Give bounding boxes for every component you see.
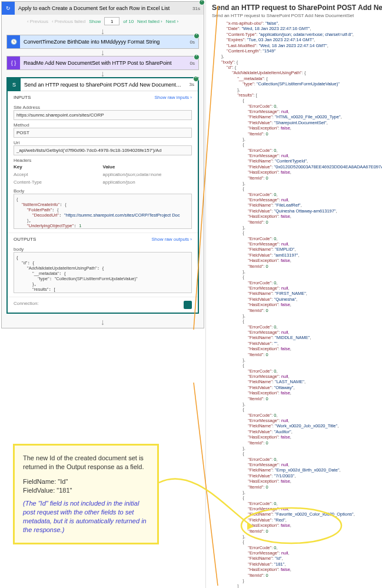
annotation-p3: FieldValue: "181" <box>23 486 149 495</box>
success-icon <box>194 54 200 60</box>
inputs-form: Site Address https://sunmc.sharepoint.co… <box>8 105 198 232</box>
success-icon <box>199 0 205 5</box>
panel-title: Send an HTTP request to SharePoint POST … <box>212 4 382 12</box>
inputs-section: INPUTS Show raw inputs › <box>8 91 198 102</box>
sharepoint-icon: S <box>8 78 21 91</box>
outputs-form: body { "d": { "AddValidateUpdateItemUsin… <box>8 247 198 297</box>
iteration-nav: ‹ Previous ‹ Previous failed Show of 10 … <box>2 15 204 28</box>
iteration-input[interactable] <box>104 17 119 25</box>
convert-timezone-card[interactable]: 🕓 ConvertTimeZone BirthDate into MMddyyy… <box>6 35 199 49</box>
compose-icon: { } <box>7 57 20 69</box>
success-icon <box>194 33 200 39</box>
http-action-card[interactable]: S Send an HTTP request to SharePoint POS… <box>6 77 199 314</box>
panel-subtitle: Send an HTTP request to SharePoint POST … <box>212 13 382 18</box>
headers-label: Headers <box>14 158 192 163</box>
raw-output-panel: Send an HTTP request to SharePoint POST … <box>205 0 382 588</box>
site-address-label: Site Address <box>14 105 192 110</box>
annotation-callout: The new Id of the created document set i… <box>13 444 159 544</box>
readme-card[interactable]: { } ReadMe Add New DocumentSet with HTTP… <box>6 56 199 70</box>
show-raw-inputs-link[interactable]: Show raw inputs › <box>154 95 192 100</box>
prev-btn: ‹ Previous <box>27 19 48 24</box>
uri-label: Uri <box>14 140 192 145</box>
success-icon <box>193 76 199 82</box>
site-address-field[interactable]: https://sunmc.sharepoint.com/sites/CORP <box>14 110 192 120</box>
clock-icon: 🕓 <box>7 35 20 48</box>
arrow-icon: ↓ <box>2 318 204 325</box>
show-label: Show <box>89 19 101 24</box>
sharepoint-conn-icon[interactable] <box>184 301 192 309</box>
outputs-section: OUTPUTS Show raw outputs › <box>8 232 198 244</box>
prev-failed-btn: ‹ Previous failed <box>52 19 85 24</box>
next-failed-btn[interactable]: Next failed › <box>137 19 162 24</box>
connection-row: Connection: <box>8 297 198 313</box>
out-body-label: body <box>14 247 192 252</box>
annotation-p1: The new Id of the created document set i… <box>23 454 149 471</box>
body-json[interactable]: { "listItemCreateInfo": { "FolderPath": … <box>14 194 192 229</box>
arrow-icon: ↓ <box>2 49 204 56</box>
body-label: Body <box>14 188 192 194</box>
foreach-duration: 31s <box>189 6 204 11</box>
show-raw-outputs-link[interactable]: Show raw outputs › <box>152 237 192 242</box>
annotation-p2: FieldName: "Id" <box>23 477 149 486</box>
arrow-icon: ↓ <box>2 70 204 77</box>
arrow-icon: ↓ <box>2 28 204 35</box>
foreach-title: Apply to each Create a Document Set for … <box>15 5 189 11</box>
method-label: Method <box>14 122 192 128</box>
output-json[interactable]: { "d": { "AddValidateUpdateItemUsingPath… <box>14 252 192 293</box>
json-viewer[interactable]: "x-ms-apihub-obo": "false", "Date": "Wed… <box>206 19 382 588</box>
method-field[interactable]: POST <box>14 128 192 138</box>
foreach-loop-card[interactable]: ↻ Apply to each Create a Document Set fo… <box>1 1 204 328</box>
loop-icon: ↻ <box>2 2 15 15</box>
of-label: of 10 <box>123 19 134 24</box>
annotation-p4: (The "Id" field is not included in the i… <box>23 499 149 534</box>
uri-field[interactable]: _api/web/lists/GetbyId('d7f90d90-7dc0-49… <box>14 145 192 155</box>
next-btn[interactable]: Next › <box>166 19 178 24</box>
